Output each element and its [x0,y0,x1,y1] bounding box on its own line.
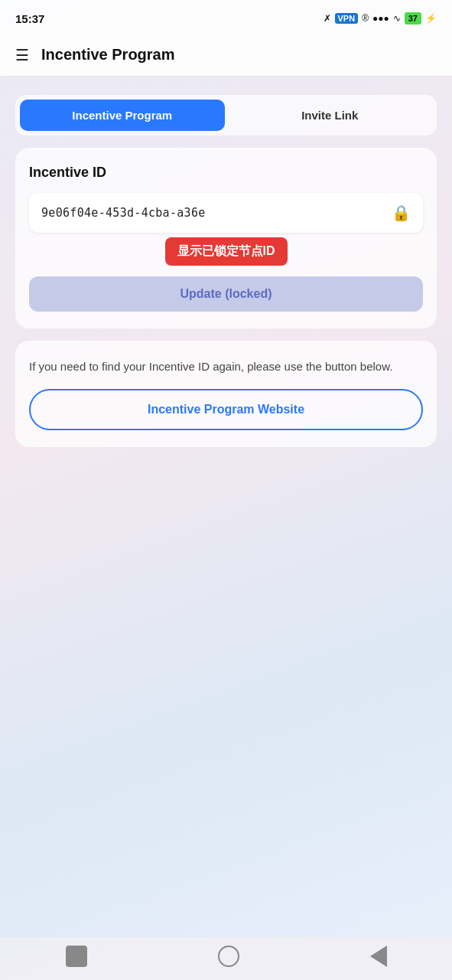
info-text: If you need to find your Incentive ID ag… [29,358,423,375]
status-time: 15:37 [15,12,44,25]
tab-incentive-program[interactable]: Incentive Program [20,100,225,131]
bluetooth-icon: ✗ [324,13,331,24]
lock-icon: 🔒 [392,204,411,222]
app-bar-title: Incentive Program [41,46,175,64]
locked-tooltip-row: 显示已锁定节点ID [29,242,423,261]
tab-invite-link[interactable]: Invite Link [228,100,433,131]
id-field-value: 9e06f04e-453d-4cba-a36e [41,206,206,220]
app-bar: ☰ Incentive Program [0,34,452,77]
registered-icon: ® [362,13,369,24]
nav-square-button[interactable] [66,946,87,967]
incentive-id-card: Incentive ID 9e06f04e-453d-4cba-a36e 🔒 显… [15,148,437,328]
vpn-badge: VPN [335,13,359,24]
charging-icon: ⚡ [425,13,437,24]
id-field-row: 9e06f04e-453d-4cba-a36e 🔒 [29,193,423,233]
locked-tooltip-badge: 显示已锁定节点ID [165,237,288,266]
nav-home-button[interactable] [218,946,239,967]
status-icons: ✗ VPN ® ●●● ∿ 37 ⚡ [324,12,437,24]
incentive-id-title: Incentive ID [29,165,423,181]
tab-switcher: Incentive Program Invite Link [15,95,437,136]
signal-icon: ●●● [372,13,389,24]
bottom-nav [0,937,452,980]
id-field-container: 9e06f04e-453d-4cba-a36e 🔒 显示已锁定节点ID [29,193,423,260]
menu-icon[interactable]: ☰ [15,46,29,64]
info-card: If you need to find your Incentive ID ag… [15,341,437,447]
status-bar: 15:37 ✗ VPN ® ●●● ∿ 37 ⚡ [0,0,452,34]
battery-indicator: 37 [405,12,421,24]
incentive-program-website-button[interactable]: Incentive Program Website [29,389,423,430]
wifi-icon: ∿ [393,13,401,24]
main-content: Incentive Program Invite Link Incentive … [0,77,452,937]
update-button[interactable]: Update (locked) [29,276,423,312]
nav-back-button[interactable] [370,946,387,967]
